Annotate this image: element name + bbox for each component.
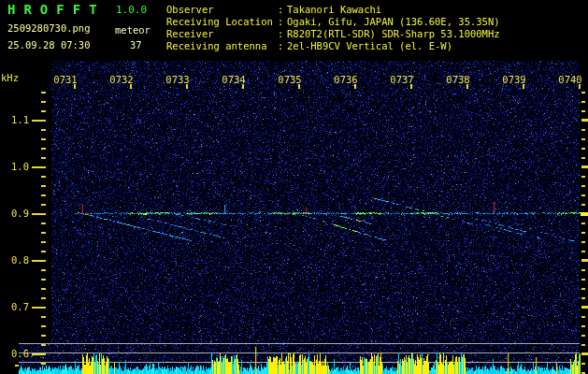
time-tick-label: 0736 [332, 74, 360, 85]
colon: : [278, 28, 287, 39]
header-label: Observer [166, 4, 278, 15]
header-row-location: Receiving Location:Ogaki, Gifu, JAPAN (1… [166, 16, 500, 27]
time-tick-label: 0740 [556, 74, 584, 85]
file-name: 2509280730.png [7, 23, 91, 34]
time-tick-label: 0732 [108, 74, 136, 85]
freq-tick-label: 0.7 [0, 301, 29, 312]
colon: : [278, 4, 287, 15]
freq-tick-label: 1.1 [0, 114, 29, 125]
header-label: Receiver [166, 28, 278, 39]
header-label: Receiving Location [166, 16, 278, 27]
mode-label: meteor [115, 25, 151, 36]
header-row-antenna: Receiving antenna:2el-HB9CV Vertical (el… [166, 40, 452, 51]
freq-tick-label: 0.8 [0, 254, 29, 266]
hrofft-screen: HROFFT 1.0.0 2509280730.png meteor 25.09… [0, 0, 588, 374]
freq-tick-label: 0.9 [0, 208, 29, 219]
time-tick-label: 0738 [444, 74, 472, 85]
time-tick-label: 0734 [220, 74, 248, 85]
spectrogram-canvas [0, 0, 588, 374]
time-tick-label: 0735 [276, 74, 304, 85]
header-value: 2el-HB9CV Vertical (el. E-W) [287, 40, 452, 51]
header-value: R820T2(RTL-SDR) SDR-Sharp 53.1000MHz [287, 28, 500, 39]
timestamp: 25.09.28 07:30 [7, 40, 91, 50]
colon: : [278, 40, 287, 51]
header-row-receiver: Receiver:R820T2(RTL-SDR) SDR-Sharp 53.10… [166, 28, 500, 39]
app-title: HROFFT [7, 3, 106, 17]
app-version: 1.0.0 [116, 5, 147, 16]
meteor-count: 37 [130, 40, 142, 50]
freq-tick-label: 1.0 [0, 161, 29, 172]
header-label: Receiving antenna [166, 40, 278, 51]
time-tick-label: 0739 [500, 74, 528, 85]
time-tick-label: 0731 [51, 74, 79, 85]
freq-axis-unit: kHz [1, 73, 19, 83]
time-tick-label: 0737 [388, 74, 416, 85]
time-tick-label: 0733 [164, 74, 192, 85]
freq-tick-label: 0.6 [0, 348, 29, 359]
header-row-observer: Observer:Takanori Kawachi [166, 4, 381, 15]
colon: : [278, 16, 287, 27]
header-value: Ogaki, Gifu, JAPAN (136.60E, 35.35N) [287, 16, 500, 27]
header-value: Takanori Kawachi [287, 4, 381, 15]
